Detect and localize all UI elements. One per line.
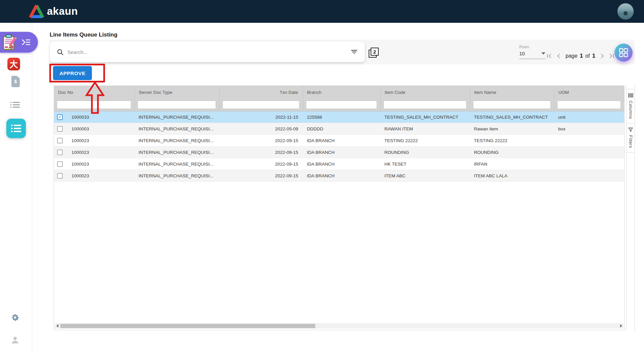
- brand-logo[interactable]: akaun: [29, 4, 78, 19]
- cell-uom: box: [554, 123, 624, 135]
- approve-button[interactable]: APPROVE: [53, 66, 92, 80]
- scroll-right-arrow[interactable]: [619, 323, 624, 329]
- sidebar-item-workspace[interactable]: [0, 32, 38, 53]
- sidebar-item-settings[interactable]: [10, 313, 20, 324]
- first-page-icon: [546, 53, 552, 59]
- filter-input-server-doc-type[interactable]: [138, 101, 216, 109]
- cell-server-doc-type: INTERNAL_PURCHASE_REQUISI...: [135, 123, 219, 135]
- cell-uom: unit: [554, 111, 624, 123]
- filter-list-icon: [351, 49, 358, 55]
- cell-txn-date: 2022-09-15: [219, 170, 303, 182]
- search-bar: [50, 42, 365, 62]
- cell-item-name: Rawan Item: [470, 123, 554, 135]
- line-items-table: Doc No Server Doc Type Txn Date Branch I…: [54, 85, 625, 330]
- table-row[interactable]: 1000023INTERNAL_PURCHASE_REQUISI...2022-…: [54, 147, 624, 158]
- row-checkbox[interactable]: [57, 161, 63, 167]
- cell-item-code: HK TESET: [380, 158, 470, 170]
- page-total: 1: [592, 53, 595, 59]
- cell-checkbox: [54, 170, 67, 182]
- of-word: of: [585, 53, 590, 59]
- cell-server-doc-type: INTERNAL_PURCHASE_REQUISI...: [135, 147, 219, 158]
- cell-item-code: ROUNDING: [380, 147, 470, 158]
- cell-doc-no: 1000023: [67, 170, 135, 182]
- page-word: page: [566, 53, 578, 59]
- filter-input-item-name[interactable]: [473, 101, 551, 109]
- column-header-server-doc-type[interactable]: Server Doc Type: [135, 86, 219, 99]
- scroll-left-arrow[interactable]: [55, 323, 60, 329]
- cell-txn-date: 2022-09-15: [219, 147, 303, 158]
- columns-icon: [628, 93, 633, 98]
- cell-item-name: IRFAN: [470, 158, 554, 170]
- horizontal-scrollbar[interactable]: [55, 323, 624, 329]
- sidebar-item-list[interactable]: [10, 101, 20, 110]
- rows-per-page-select[interactable]: Rows 10: [519, 45, 545, 59]
- duplicate-view-button[interactable]: 2: [368, 47, 380, 59]
- cell-uom: [554, 158, 624, 170]
- row-checkbox[interactable]: [57, 126, 63, 132]
- table-row[interactable]: 1000023INTERNAL_PURCHASE_REQUISI...2022-…: [54, 158, 624, 170]
- scrollbar-track[interactable]: [60, 323, 619, 329]
- table-row[interactable]: 1000023INTERNAL_PURCHASE_REQUISI...2022-…: [54, 170, 624, 182]
- cell-item-code: TESTING_SALES_MH_CONTRACT: [380, 111, 470, 123]
- expand-menu-icon: [22, 39, 31, 46]
- scrollbar-thumb[interactable]: [60, 324, 315, 328]
- cell-item-name: ITEM ABC LALA: [470, 170, 554, 182]
- user-avatar[interactable]: [617, 3, 634, 20]
- table-row[interactable]: ✓1000033INTERNAL_PURCHASE_REQUISI...2022…: [54, 111, 624, 123]
- rows-value: 10: [519, 51, 525, 56]
- page-current: 1: [580, 53, 583, 59]
- cell-uom: [554, 147, 624, 158]
- cell-uom: [554, 135, 624, 147]
- cell-branch: IDA BRANCH: [303, 158, 380, 170]
- filter-list-button[interactable]: [351, 49, 358, 55]
- cell-server-doc-type: INTERNAL_PURCHASE_REQUISI...: [135, 158, 219, 170]
- clipboard-pencil-icon: [2, 34, 18, 51]
- sidebar-item-billing[interactable]: $: [11, 76, 20, 87]
- pagination: page 1 of 1: [546, 50, 615, 62]
- search-icon: [57, 49, 63, 55]
- tab-columns[interactable]: Columns: [627, 89, 635, 123]
- row-checkbox[interactable]: [57, 138, 63, 143]
- filter-input-item-code[interactable]: [383, 101, 467, 109]
- cell-checkbox: [54, 147, 67, 158]
- row-checkbox[interactable]: [57, 150, 63, 155]
- column-header-uom[interactable]: UOM: [554, 86, 624, 99]
- filter-input-doc-no[interactable]: [57, 101, 131, 109]
- sidebar: [0, 23, 32, 351]
- filter-input-txn-date[interactable]: [222, 101, 300, 109]
- cell-item-code: ITEM ABC: [380, 170, 470, 182]
- first-page-button[interactable]: [546, 52, 553, 60]
- sidebar-item-account[interactable]: [10, 335, 20, 346]
- row-checkbox[interactable]: ✓: [57, 114, 63, 120]
- tab-columns-label: Columns: [628, 101, 633, 119]
- column-header-branch[interactable]: Branch: [303, 86, 380, 99]
- filter-input-uom[interactable]: [557, 101, 621, 109]
- last-page-button[interactable]: [608, 52, 615, 60]
- previous-page-button[interactable]: [555, 52, 562, 60]
- page-title: Line Items Queue Listing: [50, 32, 117, 38]
- cell-branch: DDDDD: [303, 123, 380, 135]
- grid-icon: [619, 48, 628, 57]
- sidebar-item-red-app[interactable]: [7, 58, 20, 70]
- list-icon: [10, 101, 20, 109]
- cell-branch: IDA BRANCH: [303, 147, 380, 158]
- cell-checkbox: ✓: [54, 111, 67, 123]
- column-header-doc-no[interactable]: Doc No: [54, 86, 135, 99]
- tab-filters[interactable]: Filters: [627, 123, 635, 153]
- gear-icon: [10, 313, 20, 322]
- column-header-item-name[interactable]: Item Name: [470, 86, 554, 99]
- apps-grid-button[interactable]: [614, 44, 633, 62]
- next-page-button[interactable]: [599, 52, 606, 60]
- column-header-item-code[interactable]: Item Code: [380, 86, 470, 99]
- row-checkbox[interactable]: [57, 173, 63, 179]
- filter-input-branch[interactable]: [306, 101, 377, 109]
- chevron-right-icon: [600, 53, 605, 59]
- table-row[interactable]: 1000023INTERNAL_PURCHASE_REQUISI...2022-…: [54, 135, 624, 147]
- person-icon: [10, 335, 20, 345]
- search-input[interactable]: [67, 49, 351, 55]
- sidebar-item-line-items-queue[interactable]: [6, 119, 26, 138]
- cell-item-name: TESTING_SALES_MH_CONTRACT: [470, 111, 554, 123]
- pages-2-icon: 2: [368, 47, 379, 58]
- table-row[interactable]: 1000003INTERNAL_PURCHASE_REQUISI...2022-…: [54, 123, 624, 135]
- column-header-txn-date[interactable]: Txn Date: [219, 86, 303, 99]
